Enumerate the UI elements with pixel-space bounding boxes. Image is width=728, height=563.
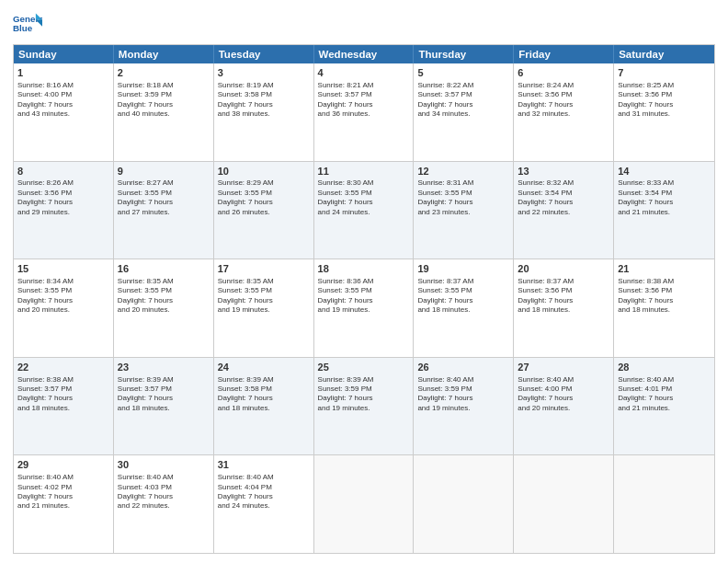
calendar-body: 1Sunrise: 8:16 AMSunset: 4:00 PMDaylight… — [14, 63, 714, 553]
cell-line: Daylight: 7 hours — [118, 198, 210, 207]
cell-line: Sunset: 3:55 PM — [17, 286, 109, 295]
cell-line: Daylight: 7 hours — [518, 296, 609, 305]
cell-line: Daylight: 7 hours — [318, 296, 410, 305]
cell-line: Sunrise: 8:16 AM — [17, 81, 109, 90]
cell-line: Daylight: 7 hours — [118, 492, 210, 501]
cal-cell: 12Sunrise: 8:31 AMSunset: 3:55 PMDayligh… — [414, 162, 514, 259]
cell-line: Sunset: 3:59 PM — [318, 385, 410, 394]
cell-line: and 21 minutes. — [17, 501, 109, 511]
cell-line: and 22 minutes. — [518, 208, 609, 217]
cell-line: Sunset: 3:59 PM — [417, 385, 509, 394]
cell-line: and 29 minutes. — [17, 208, 109, 217]
cell-line: and 22 minutes. — [118, 501, 210, 511]
cal-cell: 18Sunrise: 8:36 AMSunset: 3:55 PMDayligh… — [314, 259, 415, 357]
day-number: 29 — [17, 458, 109, 472]
cell-line: Sunset: 3:55 PM — [318, 189, 410, 198]
cell-line: Sunrise: 8:33 AM — [618, 178, 711, 188]
cal-cell: 27Sunrise: 8:40 AMSunset: 4:00 PMDayligh… — [514, 358, 614, 455]
header-day-friday: Friday — [514, 45, 614, 63]
cell-line: and 31 minutes. — [618, 109, 711, 119]
day-number: 14 — [618, 165, 711, 178]
cal-cell: 21Sunrise: 8:38 AMSunset: 3:56 PMDayligh… — [614, 259, 714, 357]
cal-cell: 25Sunrise: 8:39 AMSunset: 3:59 PMDayligh… — [314, 358, 415, 455]
cal-cell: 8Sunrise: 8:26 AMSunset: 3:56 PMDaylight… — [14, 162, 114, 259]
cell-line: Daylight: 7 hours — [318, 100, 410, 109]
cell-line: Sunset: 3:55 PM — [118, 286, 210, 295]
cell-line: and 27 minutes. — [118, 208, 210, 217]
cell-line: Sunset: 4:00 PM — [17, 90, 109, 99]
day-number: 31 — [218, 458, 310, 472]
cell-line: Sunrise: 8:40 AM — [618, 375, 711, 385]
cell-line: Sunset: 3:55 PM — [118, 189, 210, 198]
day-number: 10 — [218, 165, 310, 178]
cell-line: and 20 minutes. — [118, 305, 210, 315]
cell-line: Daylight: 7 hours — [417, 296, 509, 305]
day-number: 2 — [118, 66, 210, 80]
cell-line: Sunset: 3:56 PM — [17, 189, 109, 198]
cell-line: Sunset: 4:02 PM — [17, 483, 109, 492]
cal-cell: 17Sunrise: 8:35 AMSunset: 3:55 PMDayligh… — [214, 259, 314, 357]
cell-line: Daylight: 7 hours — [618, 394, 711, 403]
day-number: 16 — [118, 262, 210, 276]
cell-line: Sunrise: 8:38 AM — [618, 277, 711, 286]
header: General Blue — [13, 11, 715, 37]
day-number: 21 — [618, 262, 711, 276]
cell-line: Daylight: 7 hours — [17, 492, 109, 501]
cal-cell: 28Sunrise: 8:40 AMSunset: 4:01 PMDayligh… — [614, 358, 714, 455]
cell-line: Daylight: 7 hours — [17, 394, 109, 403]
cal-cell: 7Sunrise: 8:25 AMSunset: 3:56 PMDaylight… — [614, 63, 714, 161]
cell-line: Sunset: 3:54 PM — [618, 189, 711, 198]
day-number: 26 — [417, 361, 509, 374]
cal-cell: 23Sunrise: 8:39 AMSunset: 3:57 PMDayligh… — [114, 358, 214, 455]
cell-line: Sunrise: 8:25 AM — [618, 81, 711, 90]
cell-line: Sunrise: 8:35 AM — [118, 277, 210, 286]
cell-line: and 19 minutes. — [318, 305, 410, 315]
cal-cell: 10Sunrise: 8:29 AMSunset: 3:55 PMDayligh… — [214, 162, 314, 259]
cell-line: and 18 minutes. — [417, 305, 509, 315]
day-number: 15 — [17, 262, 109, 276]
cell-line: Daylight: 7 hours — [17, 198, 109, 207]
cell-line: Sunrise: 8:32 AM — [518, 178, 609, 188]
cal-cell: 24Sunrise: 8:39 AMSunset: 3:58 PMDayligh… — [214, 358, 314, 455]
cal-cell: 5Sunrise: 8:22 AMSunset: 3:57 PMDaylight… — [414, 63, 514, 161]
cell-line: Sunrise: 8:22 AM — [417, 81, 509, 90]
cal-cell: 9Sunrise: 8:27 AMSunset: 3:55 PMDaylight… — [114, 162, 214, 259]
cell-line: and 20 minutes. — [518, 404, 609, 413]
cal-cell: 14Sunrise: 8:33 AMSunset: 3:54 PMDayligh… — [614, 162, 714, 259]
cell-line: Daylight: 7 hours — [218, 296, 310, 305]
cell-line: Daylight: 7 hours — [218, 394, 310, 403]
cell-line: Sunrise: 8:40 AM — [417, 375, 509, 385]
cal-cell: 15Sunrise: 8:34 AMSunset: 3:55 PMDayligh… — [14, 259, 114, 357]
cal-cell: 13Sunrise: 8:32 AMSunset: 3:54 PMDayligh… — [514, 162, 614, 259]
cell-line: and 19 minutes. — [417, 404, 509, 413]
cell-line: Sunset: 3:54 PM — [518, 189, 609, 198]
day-number: 4 — [318, 66, 410, 80]
header-day-tuesday: Tuesday — [214, 45, 314, 63]
day-number: 17 — [218, 262, 310, 276]
header-day-monday: Monday — [114, 45, 214, 63]
cal-cell: 4Sunrise: 8:21 AMSunset: 3:57 PMDaylight… — [314, 63, 415, 161]
cell-line: Sunset: 3:56 PM — [518, 286, 609, 295]
calendar-row-3: 15Sunrise: 8:34 AMSunset: 3:55 PMDayligh… — [14, 259, 714, 357]
cell-line: Sunrise: 8:39 AM — [318, 375, 410, 385]
cell-line: Sunset: 3:55 PM — [318, 286, 410, 295]
cell-line: Sunset: 3:57 PM — [17, 385, 109, 394]
cell-line: Sunrise: 8:36 AM — [318, 277, 410, 286]
cell-line: and 24 minutes. — [318, 208, 410, 217]
cal-cell: 3Sunrise: 8:19 AMSunset: 3:58 PMDaylight… — [214, 63, 314, 161]
calendar-row-2: 8Sunrise: 8:26 AMSunset: 3:56 PMDaylight… — [14, 161, 714, 259]
cal-cell — [314, 455, 415, 553]
cell-line: Sunrise: 8:30 AM — [318, 178, 410, 188]
cell-line: Sunset: 3:55 PM — [417, 286, 509, 295]
day-number: 9 — [118, 165, 210, 178]
cell-line: Daylight: 7 hours — [518, 394, 609, 403]
cell-line: Sunrise: 8:40 AM — [518, 375, 609, 385]
calendar-header: SundayMondayTuesdayWednesdayThursdayFrid… — [14, 45, 714, 63]
cal-cell: 19Sunrise: 8:37 AMSunset: 3:55 PMDayligh… — [414, 259, 514, 357]
cell-line: Sunset: 3:57 PM — [417, 90, 509, 99]
day-number: 11 — [318, 165, 410, 178]
cell-line: Sunrise: 8:27 AM — [118, 178, 210, 188]
cell-line: Sunrise: 8:39 AM — [118, 375, 210, 385]
cell-line: and 23 minutes. — [417, 208, 509, 217]
cell-line: and 26 minutes. — [218, 208, 310, 217]
